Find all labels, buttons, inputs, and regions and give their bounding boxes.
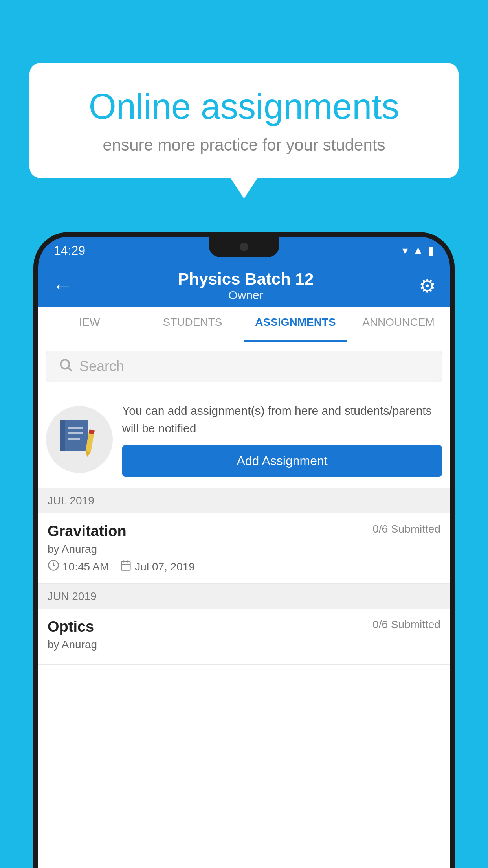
svg-marker-8 (84, 451, 91, 457)
section-header-jul-label: JUL 2019 (48, 495, 94, 507)
svg-line-1 (68, 368, 72, 371)
assignment-item-optics[interactable]: Optics 0/6 Submitted by Anurag (38, 609, 450, 665)
assignment-item-header: Gravitation 0/6 Submitted (48, 523, 440, 540)
tab-students[interactable]: STUDENTS (141, 307, 244, 342)
back-button[interactable]: ← (52, 274, 73, 298)
notebook-icon-svg (60, 418, 99, 461)
assignment-item-header-optics: Optics 0/6 Submitted (48, 618, 440, 635)
tab-assignments-label: ASSIGNMENTS (255, 316, 336, 329)
assignment-time-gravitation: 10:45 AM (48, 559, 109, 574)
app-bar-title: Physics Batch 12 (178, 270, 314, 289)
tab-students-label: STUDENTS (163, 316, 222, 329)
svg-rect-4 (68, 427, 83, 429)
assignment-by-optics: by Anurag (48, 638, 440, 651)
battery-icon: ▮ (428, 244, 434, 257)
speech-bubble-subtitle: ensure more practice for your students (57, 136, 431, 154)
status-icons: ▾ ▲ ▮ (402, 244, 434, 257)
svg-rect-3 (60, 420, 65, 451)
phone-notch (209, 237, 279, 257)
phone-mockup: 14:29 ▾ ▲ ▮ ← Physics Batch 12 Owner ⚙ I… (33, 232, 455, 868)
tab-iew-label: IEW (79, 316, 100, 329)
clock-icon (48, 559, 59, 574)
tab-assignments[interactable]: ASSIGNMENTS (244, 307, 347, 342)
section-header-jun-label: JUN 2019 (48, 590, 97, 602)
speech-bubble: Online assignments ensure more practice … (29, 63, 459, 178)
search-icon (58, 357, 73, 376)
phone-inner: 14:29 ▾ ▲ ▮ ← Physics Batch 12 Owner ⚙ I… (38, 237, 450, 868)
tabs-bar: IEW STUDENTS ASSIGNMENTS ANNOUNCEM (38, 307, 450, 342)
svg-rect-5 (68, 432, 83, 434)
app-bar-subtitle: Owner (178, 289, 314, 302)
tab-announcements[interactable]: ANNOUNCEM (347, 307, 450, 342)
svg-rect-6 (68, 438, 80, 440)
assignment-by-gravitation: by Anurag (48, 543, 440, 555)
assignment-item-gravitation[interactable]: Gravitation 0/6 Submitted by Anurag 10:4… (38, 513, 450, 584)
svg-rect-2 (64, 420, 88, 451)
wifi-icon: ▾ (402, 244, 408, 257)
tab-iew[interactable]: IEW (38, 307, 141, 342)
assignment-date-gravitation: Jul 07, 2019 (120, 559, 195, 574)
screen-content: Search (38, 342, 450, 868)
add-assignment-button[interactable]: Add Assignment (122, 445, 442, 477)
assignment-submitted-gravitation: 0/6 Submitted (372, 523, 440, 535)
calendar-icon (120, 559, 132, 574)
tab-announcements-label: ANNOUNCEM (362, 316, 435, 329)
assignment-submitted-optics: 0/6 Submitted (372, 618, 440, 631)
svg-point-0 (61, 360, 69, 368)
section-header-jul: JUL 2019 (38, 488, 450, 513)
assignment-time-value: 10:45 AM (62, 561, 109, 573)
app-bar: ← Physics Batch 12 Owner ⚙ (38, 264, 450, 307)
camera-dot (240, 243, 248, 251)
assignment-meta-gravitation: 10:45 AM Jul 07, 2019 (48, 559, 440, 574)
assignment-right: You can add assignment(s) from here and … (122, 402, 442, 477)
section-header-jun: JUN 2019 (38, 584, 450, 609)
search-bar[interactable]: Search (46, 351, 442, 382)
assignment-description: You can add assignment(s) from here and … (122, 402, 442, 437)
settings-icon[interactable]: ⚙ (419, 275, 436, 297)
speech-bubble-container: Online assignments ensure more practice … (29, 63, 459, 178)
speech-bubble-title: Online assignments (57, 86, 431, 127)
assignment-icon-circle (46, 406, 113, 473)
assignment-title-optics: Optics (48, 618, 94, 635)
signal-icon: ▲ (413, 244, 424, 257)
assignment-title-gravitation: Gravitation (48, 523, 127, 540)
app-bar-title-group: Physics Batch 12 Owner (178, 270, 314, 302)
search-placeholder: Search (79, 358, 124, 375)
status-time: 14:29 (54, 243, 85, 258)
add-assignment-section: You can add assignment(s) from here and … (38, 391, 450, 488)
assignment-date-value: Jul 07, 2019 (135, 561, 195, 573)
svg-rect-11 (121, 561, 130, 570)
